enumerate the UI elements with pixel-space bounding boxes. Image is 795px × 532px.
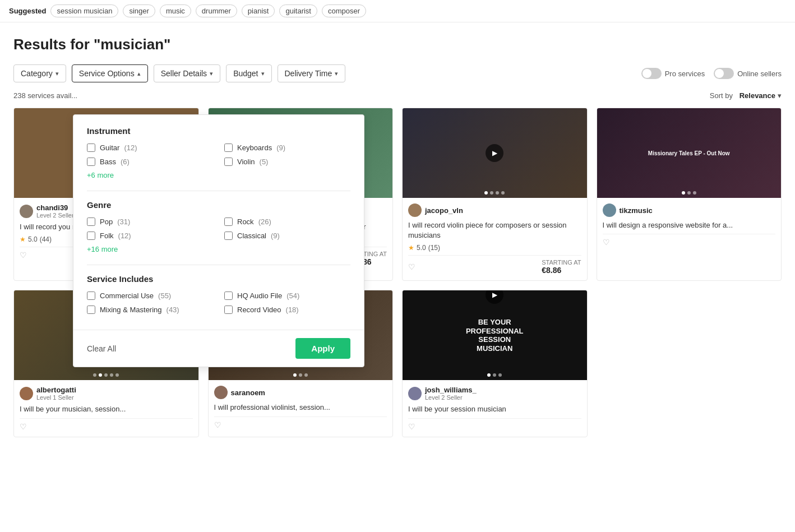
checkbox-violin-count: (5) (260, 158, 269, 166)
seller-name-4[interactable]: tikzmusic (620, 206, 653, 215)
chevron-up-icon: ▴ (137, 70, 141, 77)
checkbox-mixing-mastering[interactable]: Mixing & Mastering (43) (87, 306, 213, 314)
checkbox-folk-input[interactable] (87, 232, 95, 240)
dot (299, 373, 302, 377)
tag-music[interactable]: music (160, 4, 191, 17)
tag-guitarist[interactable]: guitarist (279, 4, 317, 17)
seller-details-filter[interactable]: Seller Details ▾ (154, 64, 220, 82)
checkbox-record-video[interactable]: Record Video (18) (224, 306, 350, 314)
checkbox-violin-input[interactable] (224, 158, 233, 166)
heart-icon-6[interactable]: ♡ (214, 420, 221, 429)
heart-icon-3[interactable]: ♡ (408, 262, 415, 271)
dot (693, 191, 696, 195)
checkbox-violin[interactable]: Violin (5) (224, 158, 350, 166)
instrument-checkboxes: Guitar (12) Keyboards (9) Bass (6) Violi… (87, 144, 350, 166)
dot (99, 373, 102, 377)
service-options-filter[interactable]: Service Options ▴ (72, 64, 148, 82)
starting-at-3: STARTING AT (542, 259, 581, 266)
checkbox-folk[interactable]: Folk (12) (87, 232, 213, 240)
tag-composer[interactable]: composer (322, 4, 366, 17)
seller-name-6[interactable]: saranoem (231, 388, 265, 397)
card-footer-4: ♡ (603, 234, 776, 247)
instrument-section-title: Instrument (87, 126, 350, 136)
dot (293, 373, 297, 377)
avatar-1 (20, 205, 33, 218)
dot (104, 373, 108, 377)
card-footer-7: ♡ (408, 418, 581, 431)
chevron-down-icon: ▾ (210, 70, 213, 77)
sort-by[interactable]: Sort by Relevance ▾ (710, 91, 782, 100)
checkbox-commercial-use[interactable]: Commercial Use (55) (87, 292, 213, 300)
price-section-3: STARTING AT €8.86 (542, 259, 581, 275)
heart-icon-1[interactable]: ♡ (20, 251, 27, 260)
checkbox-keyboards[interactable]: Keyboards (9) (224, 144, 350, 152)
page-title: Results for "musician" (13, 36, 782, 53)
dot (687, 191, 691, 195)
apply-button[interactable]: Apply (295, 338, 350, 359)
dropdown-inner: Instrument Guitar (12) Keyboards (9) Bas… (73, 115, 364, 330)
price-3: €8.86 (542, 266, 581, 275)
checkbox-bass[interactable]: Bass (6) (87, 158, 213, 166)
pro-services-toggle[interactable] (641, 68, 662, 79)
checkbox-record-video-label: Record Video (237, 306, 281, 314)
star-icon: ★ (408, 244, 414, 252)
checkbox-keyboards-label: Keyboards (237, 144, 272, 152)
tag-pianist[interactable]: pianist (242, 4, 275, 17)
checkbox-hq-audio-label: HQ Audio File (237, 292, 282, 300)
checkbox-guitar[interactable]: Guitar (12) (87, 144, 213, 152)
chevron-down-icon: ▾ (335, 70, 338, 77)
checkbox-mixing-mastering-count: (43) (167, 306, 179, 314)
seller-row-6: saranoem (214, 386, 387, 399)
budget-filter[interactable]: Budget ▾ (226, 64, 271, 82)
instrument-more-link[interactable]: +6 more (87, 171, 114, 179)
seller-row-5: albertogatti Level 1 Seller (20, 386, 193, 401)
heart-icon-5[interactable]: ♡ (20, 422, 27, 431)
service-includes-checkboxes: Commercial Use (55) HQ Audio File (54) M… (87, 292, 350, 314)
checkbox-classical[interactable]: Classical (9) (224, 232, 350, 240)
delivery-time-filter[interactable]: Delivery Time ▾ (278, 64, 346, 82)
card-title-3: I will record violin piece for composers… (408, 220, 581, 240)
checkbox-mixing-mastering-label: Mixing & Mastering (100, 306, 162, 314)
checkbox-guitar-count: (12) (124, 144, 137, 152)
checkbox-folk-count: (12) (118, 232, 131, 240)
card-7: BE YOURPROFESSIONALSESSIONMUSICIAN ▶ jos… (402, 290, 588, 437)
clear-all-button[interactable]: Clear All (87, 344, 116, 353)
checkbox-pop-input[interactable] (87, 218, 95, 226)
checkbox-rock-input[interactable] (224, 218, 233, 226)
tag-drummer[interactable]: drummer (196, 4, 237, 17)
seller-name-1[interactable]: chandi39 (36, 203, 74, 212)
tag-session-musician[interactable]: session musician (50, 4, 118, 17)
checkbox-guitar-input[interactable] (87, 144, 95, 152)
checkbox-pop[interactable]: Pop (31) (87, 218, 213, 226)
checkbox-bass-count: (6) (121, 158, 130, 166)
heart-icon-4[interactable]: ♡ (603, 238, 610, 247)
filter-bar: Category ▾ Service Options ▴ Seller Deta… (13, 64, 782, 82)
online-sellers-toggle[interactable] (714, 68, 734, 79)
category-filter[interactable]: Category ▾ (13, 64, 66, 82)
checkbox-classical-input[interactable] (224, 232, 233, 240)
checkbox-commercial-use-input[interactable] (87, 292, 95, 300)
card-rating-3: ★ 5.0 (15) (408, 244, 581, 252)
checkbox-mixing-mastering-input[interactable] (87, 306, 95, 314)
checkbox-rock[interactable]: Rock (26) (224, 218, 350, 226)
suggested-label[interactable]: Suggested (9, 7, 46, 15)
checkbox-classical-label: Classical (237, 232, 266, 240)
dot (496, 191, 499, 195)
checkbox-hq-audio[interactable]: HQ Audio File (54) (224, 292, 350, 300)
sort-value: Relevance (739, 91, 775, 100)
play-button-7[interactable]: ▶ (486, 290, 503, 304)
heart-icon-7[interactable]: ♡ (408, 422, 415, 431)
checkbox-keyboards-input[interactable] (224, 144, 233, 152)
rating-count: (15) (428, 244, 440, 252)
genre-more-link[interactable]: +16 more (87, 245, 118, 253)
play-button-3[interactable]: ▶ (486, 144, 503, 162)
checkbox-record-video-input[interactable] (224, 306, 233, 314)
seller-name-7[interactable]: josh_williams_ (425, 386, 477, 394)
card-4: Missionary Tales EP - Out Now tikzmusic … (597, 108, 782, 281)
checkbox-bass-input[interactable] (87, 158, 95, 166)
seller-name-5[interactable]: albertogatti (36, 386, 76, 394)
dot (498, 373, 502, 377)
seller-name-3[interactable]: jacopo_vln (425, 206, 463, 215)
tag-singer[interactable]: singer (123, 4, 155, 17)
checkbox-hq-audio-input[interactable] (224, 292, 233, 300)
